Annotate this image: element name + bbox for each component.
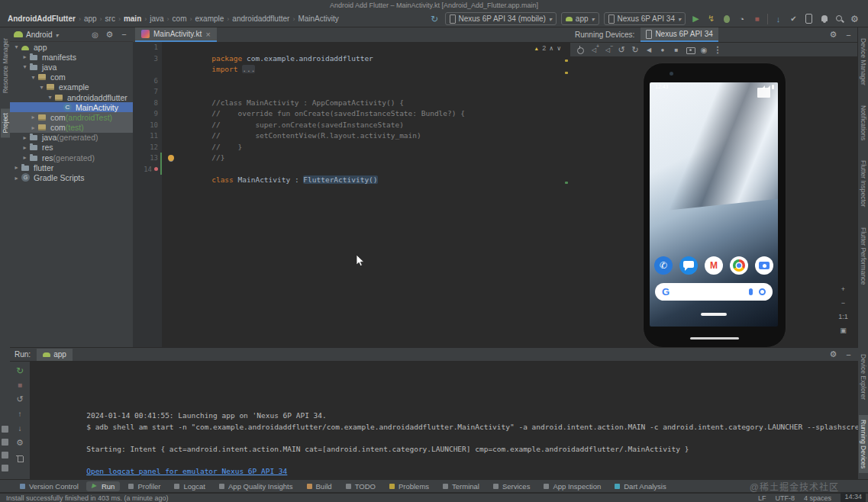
zoom-button[interactable]: ▣ [837,325,849,336]
volume-up-icon[interactable] [588,44,600,55]
hide-icon[interactable] [119,30,129,40]
expand-arrow-icon[interactable]: ▾ [46,94,54,101]
device-selector-dropdown[interactable]: Nexus 6P API 34 (mobile) [445,12,557,25]
google-search-bar[interactable]: G [655,283,773,301]
emulator-phone[interactable]: 12:43 G [643,63,786,348]
breadcrumb-item[interactable]: src [105,14,115,23]
tool-window-tab[interactable]: Profiler [122,481,166,491]
home-icon[interactable] [657,44,669,55]
tool-stripe-button[interactable]: Device Manager [859,34,868,90]
back-icon[interactable] [643,44,655,55]
settings-icon[interactable] [849,13,860,24]
minimize-icon[interactable] [844,349,853,359]
breadcrumb-item[interactable]: MainActivity [298,14,338,23]
tool-window-tab[interactable]: App Quality Insights [213,481,298,491]
clear-icon[interactable] [15,452,26,463]
zoom-button[interactable]: − [837,298,849,308]
expand-arrow-icon[interactable]: ▾ [37,84,46,91]
search-everywhere-icon[interactable] [834,13,845,24]
minimize-icon[interactable] [844,30,853,40]
down-stack-icon[interactable] [15,423,26,434]
tree-item[interactable]: MainActivity [10,102,133,112]
vcs-update-icon[interactable] [773,13,784,24]
settings-icon[interactable] [828,30,838,40]
breadcrumb-item[interactable]: androidaddflutter [232,14,289,23]
stop-icon[interactable] [15,379,26,391]
run-icon[interactable] [690,13,702,24]
tree-item[interactable]: ▾ androidaddflutter [10,92,133,102]
tool-window-tab[interactable]: Build [301,481,337,491]
tool-window-tab[interactable]: App Inspection [537,481,606,491]
tool-window-tab[interactable]: Services [487,481,535,491]
expand-arrow-icon[interactable]: ▸ [21,154,29,161]
tree-item[interactable]: ▸ Gradle Scripts [10,172,133,182]
notifications-icon[interactable] [818,13,830,24]
expand-arrow-icon[interactable]: ▾ [29,74,37,81]
tool-stripe-button[interactable]: Project [1,108,10,137]
home-bar[interactable] [701,313,727,316]
favorites-icon[interactable] [2,452,8,459]
zoom-button[interactable]: 1:1 [837,311,849,322]
profile-icon[interactable] [736,13,747,24]
record-icon[interactable] [698,44,710,55]
tree-item[interactable]: ▸ com (test) [10,123,133,133]
gmail-icon[interactable] [705,256,723,275]
tree-item[interactable]: ▾ com [10,72,133,82]
locate-icon[interactable] [90,30,100,40]
power-icon[interactable] [574,44,586,55]
settings-icon[interactable] [828,349,838,359]
chrome-icon[interactable] [730,256,748,275]
expand-arrow-icon[interactable]: ▸ [12,175,21,182]
volume-down-icon[interactable] [602,44,614,55]
tool-window-tab[interactable]: Terminal [437,481,485,491]
tool-window-tab[interactable]: Run [86,481,120,491]
breadcrumb-item[interactable]: main [124,14,141,23]
lens-icon[interactable] [759,288,766,295]
breadcrumb-item[interactable]: example [195,14,224,23]
tree-item[interactable]: ▾ example [10,82,133,92]
prev-problem-icon[interactable]: ∧ [549,45,553,52]
tool-stripe-button[interactable]: Running Devices [859,415,868,473]
tree-item[interactable]: ▾ app [10,42,133,52]
expand-arrow-icon[interactable]: ▸ [21,144,29,151]
run-tab-app[interactable]: app [37,349,73,361]
tree-item[interactable]: ▸ flutter [10,163,133,172]
breadcrumb-item[interactable]: app [84,14,97,23]
tool-window-tab[interactable]: Logcat [168,481,211,491]
rotate-left-icon[interactable] [615,44,628,55]
camera-icon[interactable] [755,256,773,275]
apply-changes-icon[interactable] [705,13,717,24]
breadcrumb-item[interactable]: com [173,14,187,23]
breadcrumb-item[interactable]: AndroidAddFlutter [8,14,76,23]
code-area[interactable]: 1 package com.example.androidaddflutter … [133,42,570,347]
breadcrumb-item[interactable]: java [150,14,163,23]
mic-icon[interactable] [749,288,753,295]
restart-icon[interactable] [15,394,26,405]
sync-project-icon[interactable] [429,13,440,24]
next-problem-icon[interactable]: ∨ [557,45,561,52]
build-variants-icon[interactable] [2,426,8,433]
expand-arrow-icon[interactable]: ▾ [12,43,21,50]
rerun-icon[interactable] [15,365,26,376]
tree-item[interactable]: ▸ manifests [10,52,133,62]
tree-item[interactable]: ▸ res [10,143,133,153]
device-tab[interactable]: Nexus 6P API 34 [641,27,718,42]
stop-icon[interactable] [751,13,763,24]
project-view-selector[interactable]: Android [26,31,52,39]
expand-arrow-icon[interactable]: ▸ [29,124,37,131]
phone-icon[interactable] [654,256,673,275]
tool-stripe-button[interactable]: Resource Manager [1,34,10,98]
device-manager-icon[interactable] [803,13,815,24]
tool-stripe-button[interactable]: Flutter Performance [859,223,868,289]
rotate-right-icon[interactable] [629,44,641,55]
tool-window-tab[interactable]: Problems [383,481,434,491]
expand-arrow-icon[interactable]: ▸ [21,134,29,141]
deploy-target-dropdown[interactable]: Nexus 6P API 34 [604,12,686,25]
run-config-dropdown[interactable]: app [561,12,599,25]
messages-icon[interactable] [679,256,698,275]
zoom-button[interactable]: + [837,284,849,294]
tree-item[interactable]: ▸ res (generated) [10,153,133,163]
tool-stripe-button[interactable]: Flutter Inspector [859,156,868,211]
vcs-commit-icon[interactable] [788,13,799,24]
tool-window-tab[interactable]: TODO [340,481,381,491]
